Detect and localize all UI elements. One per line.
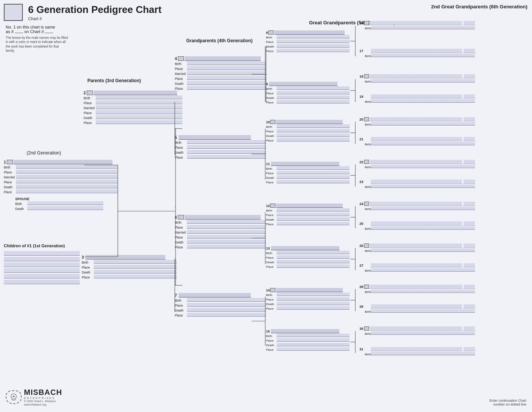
logo-sub: ENTERPRISES [24,397,62,399]
person-12-name[interactable] [276,204,343,208]
person-1-box [7,160,13,164]
person-5-death[interactable] [187,150,266,154]
person-5-place1[interactable] [187,145,266,149]
person-1-death[interactable] [16,185,118,188]
spouse-death[interactable] [27,206,103,210]
person-21: 21 Birth [357,137,475,146]
person-12: 12 Birth Place Death Place [266,204,350,226]
child-6[interactable] [4,280,80,284]
person-2-name[interactable] [93,91,177,95]
person-14-name[interactable] [276,288,343,292]
gen6-label-area: 2nd Great Grandparents (6th Generation) [431,4,527,10]
person-2-birth[interactable] [96,95,182,99]
person-6-dplace[interactable] [187,245,266,248]
person-1-married[interactable] [16,175,118,178]
person-2: 2 Birth Place Married Place Death Place [84,91,182,125]
person-4: 4 Birth Place Married Place Death Place [175,56,266,91]
death-label: Death [4,185,16,189]
chart-title-box [4,4,23,21]
person-5-num: 5 [175,135,177,140]
person-22: 22 Birth [357,160,475,169]
person-4-place1[interactable] [187,66,266,70]
child-4[interactable] [4,268,80,273]
child-2[interactable] [4,257,80,261]
person-6-married[interactable] [187,230,266,234]
child-1[interactable] [4,251,80,256]
person-13-name[interactable] [271,246,339,250]
spouse-birth[interactable] [27,201,103,205]
person-7-birth[interactable] [187,298,266,302]
person-2-place1[interactable] [96,100,182,104]
person-13: 13 Birth Place Death Place [266,246,350,269]
person-1-mplace[interactable] [16,180,118,183]
small-note: The boxes by the male names may be fille… [6,36,68,53]
person-5-dplace[interactable] [187,155,266,159]
gen4-label-area: Grandparents (4th Generation) [186,38,253,43]
person-6-place1[interactable] [187,225,266,229]
person-7: 7 Birth Place Death Place [175,293,266,318]
person-2-mplace[interactable] [96,110,182,114]
gen3-header: Parents (3rd Generation) [87,78,141,83]
person-31: 31 Birth [357,347,475,356]
person-11-name[interactable] [271,162,339,166]
person-26: 26 Birth [357,243,475,253]
info-block: No. 1 on this chart is same as # on Char… [6,25,68,53]
person-16: 16 Birth [357,21,475,30]
person-19: 19 Birth [357,94,475,103]
person-6-death[interactable] [187,240,266,243]
person-5-birth[interactable] [187,140,266,144]
person-9-name[interactable] [269,82,337,86]
person-4-death[interactable] [187,81,266,85]
person-1: 1 Birth Place Married Place Death Place … [4,160,118,211]
person-3-name[interactable] [86,255,165,259]
person-5-name[interactable] [179,135,251,140]
person-9: 9 Birth Place Death Place [266,82,350,105]
person-3-death[interactable] [94,270,177,274]
logo-text: MISBACH [24,388,62,397]
person-14: 14 Birth Place Death Place [266,288,350,311]
person-3-dplace[interactable] [94,275,177,278]
person-3-place1[interactable] [94,265,177,269]
gen1-label: Children of #1 (1st Generation) [4,243,65,248]
children-list [4,251,80,285]
person-8: 8 Birth Place Death Place [266,30,350,53]
person-15-name[interactable] [271,329,339,333]
person-1-dplace[interactable] [16,189,118,193]
person-4-birth[interactable] [187,61,266,65]
person-2-married[interactable] [96,105,182,109]
person-4-name[interactable] [185,56,261,61]
person-6: 6 Birth Place Married Place Death Place [175,215,266,250]
person-3: 3 Birth Place Death Place [82,255,177,280]
person-2-dplace[interactable] [96,120,182,124]
child-3[interactable] [4,262,80,267]
person-2-num: 2 [84,91,86,95]
place2-label: Place [4,180,16,184]
birth-label: Birth [4,165,16,169]
person-4-dplace[interactable] [187,86,266,90]
person-1-place1[interactable] [16,170,118,173]
person-24: 24 Birth [357,202,475,211]
person-1-num: 1 [4,160,6,164]
person-8-name[interactable] [274,30,345,35]
place-label: Place [4,170,16,174]
person-6-mplace[interactable] [187,235,266,239]
person-7-num: 7 [175,293,177,297]
child-5[interactable] [4,274,80,278]
person-1-name[interactable] [14,160,112,164]
person-10-name[interactable] [276,120,343,124]
person-4-mplace[interactable] [187,76,266,80]
person-7-dplace[interactable] [187,313,266,317]
info-line2: as # on Chart # [6,29,68,34]
person-7-name[interactable] [179,293,251,297]
person-6-birth[interactable] [187,220,266,224]
person-7-place1[interactable] [187,303,266,307]
chart-num-label: Chart # [28,16,162,21]
person-4-married[interactable] [187,71,266,75]
person-23: 23 Birth [357,180,475,189]
person-3-birth[interactable] [94,260,177,264]
person-7-death[interactable] [187,308,266,312]
person-2-death[interactable] [96,115,182,119]
person-18: 18 Birth [357,74,475,83]
person-6-name[interactable] [185,215,261,220]
person-1-birth[interactable] [16,165,118,169]
